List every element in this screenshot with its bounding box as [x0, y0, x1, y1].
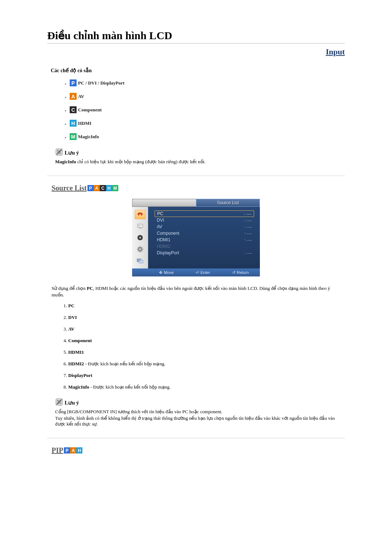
- osd-side-picture-icon[interactable]: [135, 221, 146, 231]
- osd-panel: Source List PC : ---- DVI : ----: [132, 199, 260, 276]
- osd-row-dvi[interactable]: DVI : ----: [155, 217, 254, 223]
- p-badge-icon: P: [70, 79, 77, 86]
- osd-side-sound-icon[interactable]: [135, 233, 146, 242]
- mode-label: PC / DVI / DisplayPort: [78, 80, 124, 86]
- svg-rect-10: [139, 260, 143, 263]
- list-item: HDMI1: [68, 349, 345, 355]
- svg-point-1: [138, 213, 139, 213]
- note-block-2: Lưu ý Cổng [RGB/COMPONENT IN] tương thíc…: [55, 398, 345, 427]
- osd-row-label: AV: [157, 224, 162, 229]
- mode-label: AV: [78, 94, 84, 99]
- osd-tab-title: Source List: [196, 199, 260, 207]
- svg-rect-2: [138, 224, 143, 228]
- osd-row-label: HDMI1: [157, 237, 170, 242]
- svg-point-6: [139, 237, 141, 239]
- svg-rect-4: [139, 228, 141, 229]
- note-title: Lưu ý: [65, 149, 79, 156]
- source-list-title[interactable]: Source List: [52, 184, 87, 192]
- osd-row-value: : ----: [244, 231, 252, 235]
- list-item: DVI: [68, 315, 345, 320]
- note-body-line1: Cổng [RGB/COMPONENT IN] tương thích với …: [55, 409, 345, 415]
- a-badge-icon: A: [70, 93, 77, 100]
- osd-row-component[interactable]: Component : ----: [155, 230, 254, 237]
- input-link[interactable]: Input: [47, 47, 345, 57]
- move-icon: ✥: [159, 270, 162, 275]
- osd-side-input-icon[interactable]: [135, 210, 146, 219]
- return-icon: ↺: [232, 270, 236, 275]
- m-badge-icon: M: [70, 133, 77, 140]
- pip-title[interactable]: PIP: [52, 446, 63, 455]
- osd-row-value: : ----: [244, 218, 252, 222]
- osd-row-pc[interactable]: PC : ----: [155, 210, 254, 217]
- osd-row-label: HDMI2: [157, 244, 170, 249]
- h-badge-icon: H: [76, 447, 82, 454]
- enter-icon: ⏎: [196, 270, 199, 275]
- osd-row-value: : ----: [244, 212, 252, 216]
- list-item: DisplayPort: [68, 373, 345, 378]
- a-badge-icon: A: [70, 447, 76, 454]
- osd-row-av[interactable]: AV : ----: [155, 223, 254, 230]
- osd-row-label: Component: [157, 231, 179, 236]
- source-ordered-list: PC DVI AV Component HDMI1 HDMI2 - Được k…: [68, 303, 345, 390]
- osd-row-displayport[interactable]: DisplayPort : ----: [155, 250, 254, 256]
- note-icon: [55, 148, 63, 156]
- note-body: MagicInfo chỉ có hiệu lực khi một hộp mạ…: [55, 159, 345, 165]
- c-badge-icon: C: [100, 185, 106, 191]
- mode-item-hdmi: H HDMI: [70, 120, 345, 127]
- list-item: PC: [68, 303, 345, 309]
- source-list-description: Sử dụng để chọn PC, HDMI hoặc các nguồn …: [52, 285, 340, 298]
- svg-point-8: [139, 248, 141, 250]
- modes-list: P PC / DVI / DisplayPort A AV C Componen…: [70, 79, 345, 140]
- osd-row-label: DVI: [157, 218, 164, 223]
- osd-footer-enter: ⏎Enter: [196, 270, 210, 275]
- mode-label: Component: [78, 107, 102, 113]
- svg-point-3: [138, 225, 140, 226]
- osd-row-value: : ----: [244, 225, 252, 229]
- section-separator: [47, 438, 345, 438]
- source-list-heading: Source List P A C H M: [52, 184, 345, 192]
- p-badge-icon: P: [87, 185, 94, 191]
- mode-item-magicinfo: M MagicInfo: [70, 133, 345, 140]
- osd-sidebar: [132, 207, 148, 268]
- note-icon: [55, 398, 63, 406]
- osd-row-label: PC: [157, 211, 163, 216]
- list-item: MagicInfo - Được kích hoạt nếu kết nối h…: [68, 384, 345, 390]
- list-item: AV: [68, 326, 345, 332]
- pip-heading: PIP P A H: [52, 446, 345, 455]
- note-block-1: Lưu ý MagicInfo chỉ có hiệu lực khi một …: [55, 148, 345, 165]
- mode-label: HDMI: [78, 120, 91, 126]
- osd-row-hdmi1[interactable]: HDMI1 : ----: [155, 237, 254, 243]
- osd-row-value: : ----: [244, 251, 252, 255]
- mode-item-pc: P PC / DVI / DisplayPort: [70, 79, 345, 86]
- mode-label: MagicInfo: [78, 134, 99, 140]
- osd-side-setup-icon[interactable]: [135, 245, 146, 254]
- osd-footer: ✥Move ⏎Enter ↺Return: [132, 268, 260, 276]
- note-title: Lưu ý: [65, 399, 79, 406]
- a-badge-icon: A: [94, 185, 100, 191]
- m-badge-icon: M: [112, 185, 118, 191]
- mode-item-component: C Component: [70, 106, 345, 113]
- page-title: Điều chỉnh màn hình LCD: [47, 29, 345, 42]
- p-badge-icon: P: [64, 447, 70, 454]
- c-badge-icon: C: [70, 106, 77, 113]
- h-badge-icon: H: [106, 185, 112, 191]
- title-separator: [47, 43, 345, 44]
- section-separator: [47, 176, 345, 176]
- mode-item-av: A AV: [70, 93, 345, 100]
- modes-heading: Các chế độ có sẵn: [51, 67, 345, 74]
- osd-row-label: DisplayPort: [157, 250, 179, 255]
- list-item: Component: [68, 338, 345, 344]
- osd-side-multi-icon[interactable]: [135, 256, 146, 266]
- list-item: HDMI2 - Được kích hoạt nếu kết nối hộp m…: [68, 361, 345, 367]
- osd-tab-blank: [132, 199, 196, 207]
- osd-footer-return: ↺Return: [232, 270, 249, 275]
- h-badge-icon: H: [70, 120, 77, 127]
- osd-list: PC : ---- DVI : ---- AV : ---- Component…: [148, 207, 260, 268]
- osd-footer-move: ✥Move: [159, 270, 173, 275]
- osd-row-value: : ----: [244, 238, 252, 242]
- note-body-line2: Tuy nhiên, hình ảnh có thể không hiển th…: [55, 415, 345, 427]
- osd-row-hdmi2: HDMI2: [155, 243, 254, 250]
